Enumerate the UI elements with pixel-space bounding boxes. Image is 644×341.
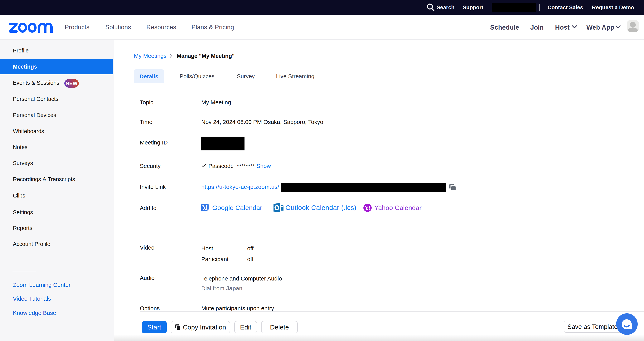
svg-text:31: 31 (202, 205, 208, 210)
